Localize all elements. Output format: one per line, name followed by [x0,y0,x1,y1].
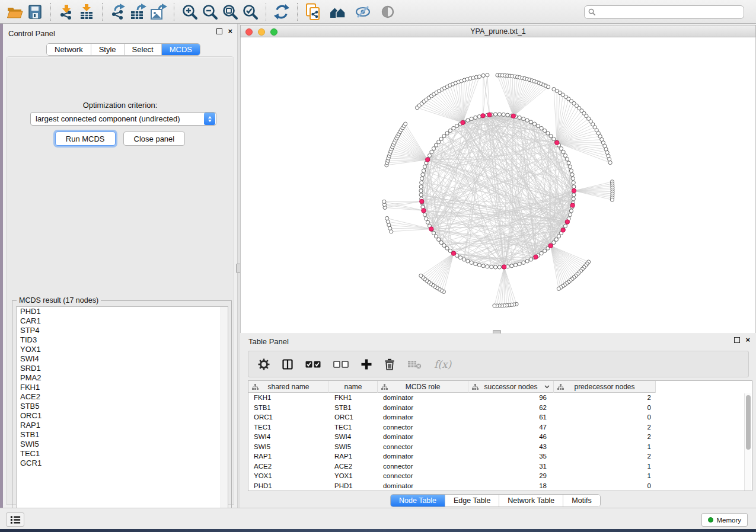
zoom-selected-button[interactable] [240,2,260,22]
mcds-result-item[interactable]: SRD1 [17,364,228,373]
open-file-button[interactable] [5,2,25,22]
export-network-button[interactable] [108,2,128,22]
table-row[interactable]: FKH1FKH1dominator962 [248,393,752,403]
mcds-result-item[interactable]: ORC1 [17,411,228,421]
zoom-out-button[interactable] [200,2,220,22]
sort-chevron-icon[interactable] [544,385,550,389]
eye-icon [379,4,397,20]
mcds-result-item[interactable]: PMA2 [17,373,228,383]
network-window-titlebar[interactable]: YPA_prune.txt_1 [240,25,756,37]
tab-edge-table[interactable]: Edge Table [445,495,499,507]
close-table-panel-icon[interactable]: × [745,337,750,343]
column-header-MCDS-role[interactable]: MCDS role [378,381,468,393]
mcds-result-item[interactable]: STP4 [17,326,228,335]
node-table: shared namenameMCDS rolesuccessor nodesp… [248,380,752,491]
select-all-checks-button[interactable] [305,361,321,368]
search-field[interactable] [584,5,744,19]
task-history-button[interactable] [6,512,24,527]
zoom-in-button[interactable] [180,2,200,22]
export-table-button[interactable] [128,2,148,22]
table-row[interactable]: RAP1RAP1dominator352 [248,451,752,462]
delete-table-button[interactable] [407,360,422,369]
show-columns-button[interactable] [282,359,293,370]
column-header-predecessor-nodes[interactable]: predecessor nodes [554,381,656,393]
mcds-result-item[interactable]: SWI4 [17,354,228,364]
table-row[interactable]: SWI4SWI4dominator462 [248,432,752,442]
tab-style[interactable]: Style [91,44,125,55]
clone-network-button[interactable] [303,2,323,22]
float-table-panel-icon[interactable] [734,337,740,343]
show-all-nodes-button[interactable] [328,2,348,22]
table-row[interactable]: ACE2ACE2connector311 [248,462,752,472]
table-body: FKH1FKH1dominator962STB1STB1dominator620… [248,393,752,491]
table-cell: 0 [554,404,656,411]
table-mode-gear-button[interactable] [258,358,270,370]
float-window-icon[interactable] [216,28,222,34]
table-cell: STB1 [329,404,378,411]
network-graph[interactable] [241,37,755,332]
column-header-successor-nodes[interactable]: successor nodes [468,381,554,393]
import-network-button[interactable] [56,2,76,22]
zoom-selected-icon [242,4,259,20]
table-scrollbar[interactable] [744,393,751,491]
mcds-result-item[interactable]: CAR1 [17,316,228,326]
memory-button[interactable]: Memory [701,513,748,527]
mcds-result-item[interactable]: STB1 [17,430,228,440]
network-view[interactable] [240,37,756,333]
mcds-result-item[interactable]: TID3 [17,335,228,345]
table-row[interactable]: TEC1TEC1connector472 [248,422,752,432]
column-header-shared-name[interactable]: shared name [248,381,329,393]
optimization-criterion-select[interactable]: largest connected component (undirected) [30,112,216,126]
clone-network-icon [305,3,321,21]
mcds-result-item[interactable]: STB5 [17,402,228,411]
column-header-name[interactable]: name [329,381,378,393]
main-toolbar [0,0,756,24]
tab-select[interactable]: Select [125,44,162,55]
table-row[interactable]: ORC1ORC1dominator610 [248,412,752,422]
refresh-view-button[interactable] [272,2,292,22]
table-scrollbar-thumb[interactable] [746,395,751,450]
hide-selected-button[interactable] [353,2,373,22]
clear-all-checks-button[interactable] [333,361,349,368]
mcds-result-item[interactable]: FKH1 [17,383,228,392]
export-network-icon [109,4,127,20]
mcds-result-item[interactable]: ACE2 [17,392,228,402]
tab-node-table[interactable]: Node Table [391,495,445,507]
column-type-icon [252,384,259,390]
mcds-result-list[interactable]: PHD1CAR1STP4TID3YOX1SWI4SRD1PMA2FKH1ACE2… [16,306,228,516]
close-panel-button[interactable]: Close panel [123,132,186,146]
zoom-fit-button[interactable] [220,2,240,22]
table-row[interactable]: PHD1PHD1dominator180 [248,481,752,491]
table-cell: TEC1 [329,424,378,431]
add-column-button[interactable] [361,359,372,370]
table-row[interactable]: SWI5SWI5connector431 [248,442,752,452]
mcds-result-item[interactable]: RAP1 [17,421,228,430]
mcds-result-item[interactable]: TEC1 [17,449,228,459]
export-image-button[interactable] [148,2,168,22]
run-mcds-button[interactable]: Run MCDS [55,132,116,146]
table-row[interactable]: STB1STB1dominator620 [248,403,752,413]
save-session-button[interactable] [25,2,45,22]
search-input[interactable] [598,8,744,17]
close-panel-icon[interactable]: × [228,28,232,34]
tab-network[interactable]: Network [47,44,91,55]
function-builder-button[interactable]: f(x) [434,358,451,370]
mcds-result-item[interactable]: YOX1 [17,345,228,354]
table-cell: RAP1 [248,453,329,460]
mcds-result-item[interactable]: SWI5 [17,440,228,449]
table-row[interactable]: YOX1YOX1connector291 [248,471,752,481]
tab-mcds[interactable]: MCDS [162,44,200,55]
show-hidden-button[interactable] [378,2,398,22]
table-cell: YOX1 [248,472,329,479]
table-cell: 2 [554,453,656,460]
delete-column-button[interactable] [384,358,395,370]
export-image-icon [149,4,167,20]
zoom-out-icon [202,4,218,20]
mcds-result-item[interactable]: GCR1 [17,459,228,468]
mcds-result-item[interactable]: PHD1 [17,307,228,316]
table-cell: ACE2 [248,463,329,470]
tab-network-table[interactable]: Network Table [499,495,563,507]
tab-motifs[interactable]: Motifs [563,495,599,507]
import-table-button[interactable] [76,2,97,22]
mcds-list-scrollbar[interactable] [221,307,228,515]
